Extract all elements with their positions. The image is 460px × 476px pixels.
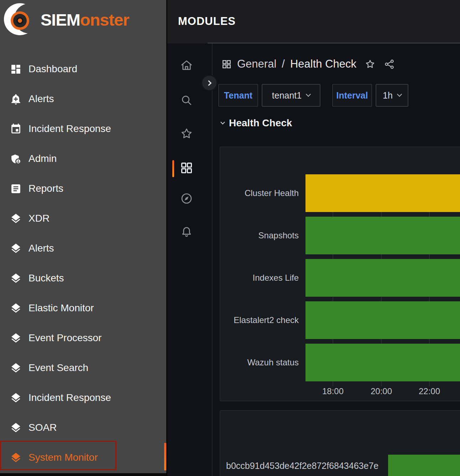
dashboard-main: General / Health Check Tenant tenant1 [213,43,460,476]
layers-icon [10,362,22,374]
app-sidebar: SIEMonster Dashboard Alerts Incident Res… [0,0,166,476]
app-window: SIEMonster Dashboard Alerts Incident Res… [0,0,460,476]
article-icon [10,183,22,195]
sidebar-item-incident-response[interactable]: Incident Response [0,114,166,144]
grafana-content: General / Health Check Tenant tenant1 [167,43,460,476]
row-label-elastalert2: Elastalert2 check [223,301,299,339]
siemonster-logo: SIEMonster [3,2,129,37]
state-bar-elastalert2[interactable] [305,301,460,339]
chevron-down-icon [220,120,225,125]
row-label-wazuh: Wazuh status [223,344,299,381]
sidebar-item-elastic-monitor[interactable]: Elastic Monitor [0,293,166,323]
starred-icon[interactable] [180,127,193,141]
interval-label: Interval [332,84,372,107]
layers-icon [10,332,22,344]
layers-icon [10,302,22,314]
row-label-cluster-health: Cluster Health [223,174,299,212]
sidebar-item-admin[interactable]: Admin [0,144,166,174]
state-bar-snapshots[interactable] [305,217,460,254]
dashboards-grid-icon [221,59,232,69]
breadcrumb-dashboard-title: Health Check [290,58,356,70]
expand-sidebar-button[interactable] [201,75,218,91]
sidebar-item-xdr[interactable]: XDR [0,203,166,233]
layers-icon [10,452,22,464]
tenant-label: Tenant [218,84,258,107]
sidebar-bottom-edge [0,473,166,476]
siemonster-logo-text: SIEMonster [41,10,129,30]
sidebar-item-alerts[interactable]: Alerts [0,84,166,114]
breadcrumb-folder[interactable]: General [237,58,276,70]
health-check-panel: Cluster Health Snapshots Indexes Life El… [220,147,460,401]
state-bar-indexes-life[interactable] [305,259,460,297]
dashboard-icon [10,63,22,75]
tenant-select[interactable]: tenant1 [262,84,320,107]
interval-select[interactable]: 1h [376,84,408,107]
sidebar-item-reports[interactable]: Reports [0,174,166,203]
layers-icon [10,273,22,284]
sidebar-nav: Dashboard Alerts Incident Response Admin… [0,54,166,472]
state-bar-wazuh[interactable] [305,344,460,381]
layers-icon [10,213,22,224]
rail-active-indicator [172,160,174,177]
state-bar-cluster-health[interactable] [305,174,460,212]
search-icon[interactable] [180,94,193,107]
sidebar-item-alerts-2[interactable]: Alerts [0,233,166,263]
state-bar-node[interactable] [388,455,460,476]
main-area: MODULES [167,0,460,476]
chevron-right-icon [206,80,211,86]
sidebar-item-event-search[interactable]: Event Search [0,353,166,383]
alerting-bell-icon[interactable] [180,225,193,239]
dashboards-icon[interactable] [180,161,193,175]
grafana-nav-rail [167,43,213,476]
calendar-icon [10,123,22,135]
nodes-status-panel: b0ccb91d453de42f2e872f6843463e7e [220,410,460,476]
sidebar-item-event-processor[interactable]: Event Processor [0,323,166,353]
row-label-indexes-life: Indexes Life [223,259,299,297]
chevron-down-icon [397,92,402,97]
sidebar-item-buckets[interactable]: Buckets [0,263,166,293]
explore-compass-icon[interactable] [180,192,193,205]
modules-header: MODULES [167,0,460,43]
add-alert-icon [10,93,22,105]
home-icon[interactable] [180,59,193,72]
sidebar-item-soar[interactable]: SOAR [0,413,166,443]
row-label-node-hash: b0ccb91d453de42f2e872f6843463e7e [226,461,378,471]
section-row-health-check[interactable]: Health Check [221,117,292,129]
shield-admin-icon [10,153,22,165]
page-title: MODULES [167,0,460,43]
section-title: Health Check [229,117,292,129]
x-axis-tick: 20:00 [365,386,397,396]
breadcrumb: General / Health Check [221,57,395,71]
share-icon[interactable] [384,59,395,70]
x-axis-tick: 22:00 [413,386,445,396]
sidebar-item-incident-response-2[interactable]: Incident Response [0,383,166,413]
breadcrumb-separator: / [282,58,285,70]
row-label-snapshots: Snapshots [223,217,299,254]
sidebar-item-system-monitor[interactable]: System Monitor [0,443,166,472]
favorite-star-icon[interactable] [365,59,376,70]
layers-icon [10,243,22,254]
siemonster-logo-icon [3,2,38,37]
layers-icon [10,392,22,404]
sidebar-item-dashboard[interactable]: Dashboard [0,54,166,84]
chevron-down-icon [306,92,311,97]
variable-controls: Tenant tenant1 Interval 1h [218,84,408,107]
layers-icon [10,422,22,434]
x-axis-tick: 18:00 [317,386,349,396]
